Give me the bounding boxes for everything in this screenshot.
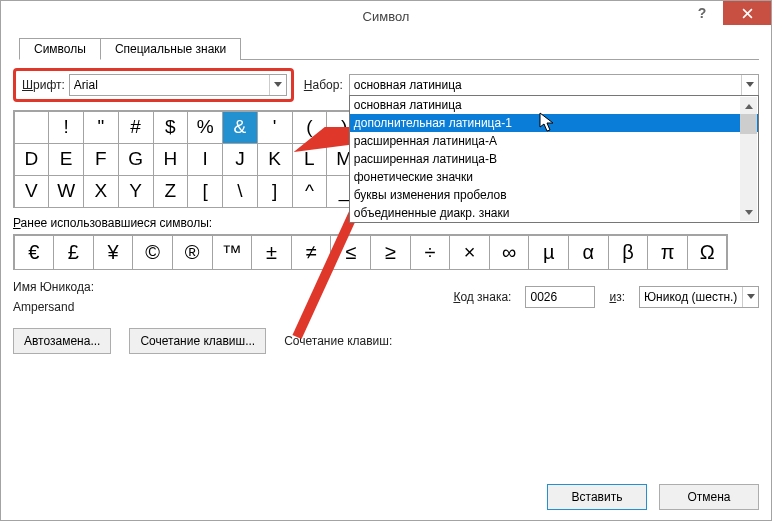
unicode-name-value: Ampersand [13, 300, 94, 314]
char-cell[interactable]: W [48, 175, 84, 208]
symbol-dialog: Символ ? Символы Специальные знаки Шрифт… [0, 0, 772, 521]
char-code-label: Код знака: [453, 290, 511, 304]
char-cell[interactable]: # [118, 111, 154, 144]
tab-symbols[interactable]: Символы [19, 38, 101, 60]
tab-special[interactable]: Специальные знаки [100, 38, 241, 60]
titlebar: Символ ? [1, 1, 771, 31]
char-cell[interactable]: ] [257, 175, 293, 208]
close-button[interactable] [723, 1, 771, 25]
font-combo[interactable] [69, 74, 287, 96]
help-button[interactable]: ? [681, 1, 723, 25]
set-dropdown-button[interactable] [741, 75, 758, 95]
recent-char-cell[interactable]: © [132, 235, 173, 270]
char-cell[interactable]: $ [153, 111, 189, 144]
char-cell[interactable]: ! [48, 111, 84, 144]
char-cell[interactable]: I [187, 143, 223, 176]
cursor-icon [539, 112, 557, 134]
char-cell[interactable]: ' [257, 111, 293, 144]
char-cell[interactable]: % [187, 111, 223, 144]
char-cell[interactable]: ( [292, 111, 328, 144]
chevron-down-icon [274, 82, 282, 88]
chevron-down-icon [747, 294, 755, 300]
set-label: Набор: [304, 78, 343, 92]
char-cell[interactable]: L [292, 143, 328, 176]
set-combo[interactable] [349, 74, 759, 96]
recent-char-cell[interactable]: ≠ [291, 235, 332, 270]
autocorrect-button[interactable]: Автозамена... [13, 328, 111, 354]
recent-char-cell[interactable]: µ [528, 235, 569, 270]
recent-char-cell[interactable]: α [568, 235, 609, 270]
set-combo-wrap: основная латиницадополнительная латиница… [349, 74, 759, 96]
recent-char-cell[interactable]: £ [53, 235, 94, 270]
recent-char-cell[interactable]: ¥ [93, 235, 134, 270]
char-cell[interactable]: \ [222, 175, 258, 208]
char-cell[interactable]: K [257, 143, 293, 176]
recent-char-cell[interactable]: ± [251, 235, 292, 270]
scroll-up-icon[interactable] [740, 97, 757, 114]
font-field-highlight: Шрифт: [13, 68, 294, 102]
font-label: Шрифт: [22, 78, 65, 92]
shortcut-display-label: Сочетание клавиш: [284, 334, 392, 348]
char-cell[interactable]: J [222, 143, 258, 176]
from-combo[interactable] [639, 286, 759, 308]
tab-bar: Символы Специальные знаки [19, 37, 759, 60]
insert-button[interactable]: Вставить [547, 484, 647, 510]
from-label: из: [609, 290, 625, 304]
char-cell[interactable]: & [222, 111, 258, 144]
from-dropdown-button[interactable] [742, 287, 758, 307]
char-cell[interactable]: " [83, 111, 119, 144]
set-option[interactable]: расширенная латиница-A [350, 132, 758, 150]
window-title: Символ [363, 9, 410, 24]
char-cell[interactable]: Z [153, 175, 189, 208]
close-icon [742, 8, 753, 19]
set-option[interactable]: расширенная латиница-B [350, 150, 758, 168]
recent-char-cell[interactable]: € [14, 235, 55, 270]
recent-char-cell[interactable]: π [647, 235, 688, 270]
char-cell[interactable]: D [14, 143, 50, 176]
dialog-buttons: Вставить Отмена [1, 473, 771, 520]
recent-char-cell[interactable]: ® [172, 235, 213, 270]
font-input[interactable] [70, 75, 269, 95]
recent-char-cell[interactable]: ™ [212, 235, 253, 270]
char-cell[interactable]: F [83, 143, 119, 176]
recent-grid[interactable]: €£¥©®™±≠≤≥÷×∞µαβπΩ [13, 234, 728, 270]
char-cell[interactable]: G [118, 143, 154, 176]
recent-char-cell[interactable]: ∞ [489, 235, 530, 270]
char-cell[interactable]: V [14, 175, 50, 208]
cancel-button[interactable]: Отмена [659, 484, 759, 510]
char-cell[interactable]: Y [118, 175, 154, 208]
set-input[interactable] [350, 75, 741, 95]
scrollbar[interactable] [740, 97, 757, 221]
shortcut-button[interactable]: Сочетание клавиш... [129, 328, 266, 354]
char-cell[interactable] [14, 111, 50, 144]
window-controls: ? [681, 1, 771, 25]
recent-char-cell[interactable]: ÷ [410, 235, 451, 270]
char-cell[interactable]: H [153, 143, 189, 176]
unicode-name-block: Имя Юникода: Ampersand [13, 280, 94, 314]
scroll-thumb[interactable] [740, 114, 757, 134]
set-option[interactable]: буквы изменения пробелов [350, 186, 758, 204]
char-cell[interactable]: ^ [292, 175, 328, 208]
recent-char-cell[interactable]: Ω [687, 235, 728, 270]
set-option[interactable]: объединенные диакр. знаки [350, 204, 758, 222]
recent-char-cell[interactable]: ≥ [370, 235, 411, 270]
recent-char-cell[interactable]: ≤ [330, 235, 371, 270]
scroll-down-icon[interactable] [740, 204, 757, 221]
char-cell[interactable]: [ [187, 175, 223, 208]
char-cell[interactable]: E [48, 143, 84, 176]
char-cell[interactable]: X [83, 175, 119, 208]
unicode-name-label: Имя Юникода: [13, 280, 94, 294]
from-input[interactable] [640, 287, 742, 307]
recent-char-cell[interactable]: β [608, 235, 649, 270]
set-option[interactable]: фонетические значки [350, 168, 758, 186]
char-code-input[interactable] [525, 286, 595, 308]
chevron-down-icon [746, 82, 754, 88]
recent-char-cell[interactable]: × [449, 235, 490, 270]
font-dropdown-button[interactable] [269, 75, 286, 95]
